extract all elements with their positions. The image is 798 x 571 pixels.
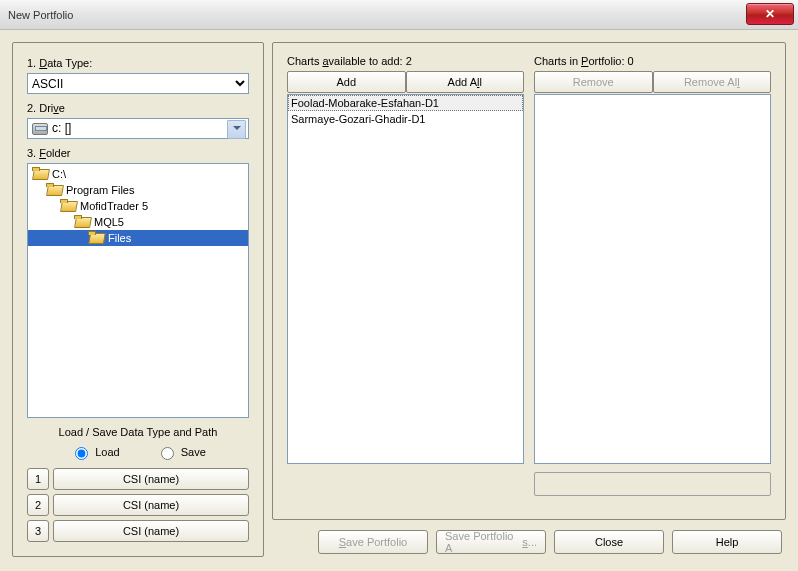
save-portfolio-button[interactable]: Save Portfolio	[318, 530, 428, 554]
help-button[interactable]: Help	[672, 530, 782, 554]
tree-label: Program Files	[66, 184, 134, 196]
client-area: 1. Data Type: ASCII 2. Drive c: [] 3. Fo…	[0, 30, 798, 571]
slot-number-button[interactable]: 3	[27, 520, 49, 542]
portfolio-buttons: Remove Remove All	[534, 71, 771, 93]
tree-row[interactable]: Files	[28, 230, 248, 246]
portfolio-result-box	[534, 472, 771, 496]
folder-icon	[60, 200, 76, 212]
list-item[interactable]: Sarmaye-Gozari-Ghadir-D1	[288, 111, 523, 127]
slot-number-button[interactable]: 1	[27, 468, 49, 490]
remove-button[interactable]: Remove	[534, 71, 653, 93]
drive-value: c: []	[52, 119, 71, 138]
slot-row: 2CSI (name)	[27, 494, 249, 516]
right-panel: Charts available to add: 2 Add Add All F…	[272, 42, 786, 520]
slot-path-button[interactable]: CSI (name)	[53, 468, 249, 490]
folder-label: 3. Folder	[27, 147, 249, 159]
slot-row: 3CSI (name)	[27, 520, 249, 542]
folder-icon	[32, 168, 48, 180]
add-button[interactable]: Add	[287, 71, 406, 93]
title-bar: New Portfolio ✕	[0, 0, 798, 30]
window-close-button[interactable]: ✕	[746, 3, 794, 25]
folder-icon	[88, 232, 104, 244]
data-type-select[interactable]: ASCII	[27, 73, 249, 94]
slot-row: 1CSI (name)	[27, 468, 249, 490]
close-button[interactable]: Close	[554, 530, 664, 554]
folder-icon	[74, 216, 90, 228]
portfolio-list[interactable]	[534, 94, 771, 464]
available-column: Charts available to add: 2 Add Add All F…	[287, 55, 524, 496]
tree-label: Files	[108, 232, 131, 244]
drive-label: 2. Drive	[27, 102, 249, 114]
tree-row[interactable]: C:\	[28, 166, 248, 182]
slot-path-button[interactable]: CSI (name)	[53, 494, 249, 516]
folder-tree[interactable]: C:\Program FilesMofidTrader 5MQL5Files	[27, 163, 249, 418]
tree-label: MQL5	[94, 216, 124, 228]
add-all-button[interactable]: Add All	[406, 71, 525, 93]
drive-select[interactable]: c: []	[27, 118, 249, 139]
tree-label: MofidTrader 5	[80, 200, 148, 212]
data-type-label: 1. Data Type:	[27, 57, 249, 69]
close-icon: ✕	[765, 7, 775, 21]
tree-row[interactable]: MQL5	[28, 214, 248, 230]
radio-save[interactable]: Save	[156, 444, 206, 460]
tree-row[interactable]: Program Files	[28, 182, 248, 198]
tree-row[interactable]: MofidTrader 5	[28, 198, 248, 214]
charts-columns: Charts available to add: 2 Add Add All F…	[287, 55, 771, 496]
available-list[interactable]: Foolad-Mobarake-Esfahan-D1Sarmaye-Gozari…	[287, 94, 524, 464]
radio-row: Load Save	[27, 444, 249, 460]
chevron-down-icon	[233, 126, 241, 130]
available-buttons: Add Add All	[287, 71, 524, 93]
save-portfolio-as-button[interactable]: Save Portfolio As...	[436, 530, 546, 554]
left-panel: 1. Data Type: ASCII 2. Drive c: [] 3. Fo…	[12, 42, 264, 557]
available-label: Charts available to add: 2	[287, 55, 524, 67]
radio-save-input[interactable]	[161, 447, 174, 460]
bottom-buttons: Save Portfolio Save Portfolio As... Clos…	[318, 530, 782, 554]
window-title: New Portfolio	[8, 9, 73, 21]
slot-number-button[interactable]: 2	[27, 494, 49, 516]
drive-icon	[32, 123, 48, 135]
tree-label: C:\	[52, 168, 66, 180]
slot-path-button[interactable]: CSI (name)	[53, 520, 249, 542]
load-save-area: Load / Save Data Type and Path Load Save…	[27, 426, 249, 546]
list-item[interactable]: Foolad-Mobarake-Esfahan-D1	[288, 95, 523, 111]
radio-load-input[interactable]	[75, 447, 88, 460]
remove-all-button[interactable]: Remove All	[653, 71, 772, 93]
load-save-title: Load / Save Data Type and Path	[27, 426, 249, 438]
portfolio-column: Charts in Portfolio: 0 Remove Remove All	[534, 55, 771, 496]
portfolio-label: Charts in Portfolio: 0	[534, 55, 771, 67]
folder-icon	[46, 184, 62, 196]
radio-load[interactable]: Load	[70, 444, 119, 460]
